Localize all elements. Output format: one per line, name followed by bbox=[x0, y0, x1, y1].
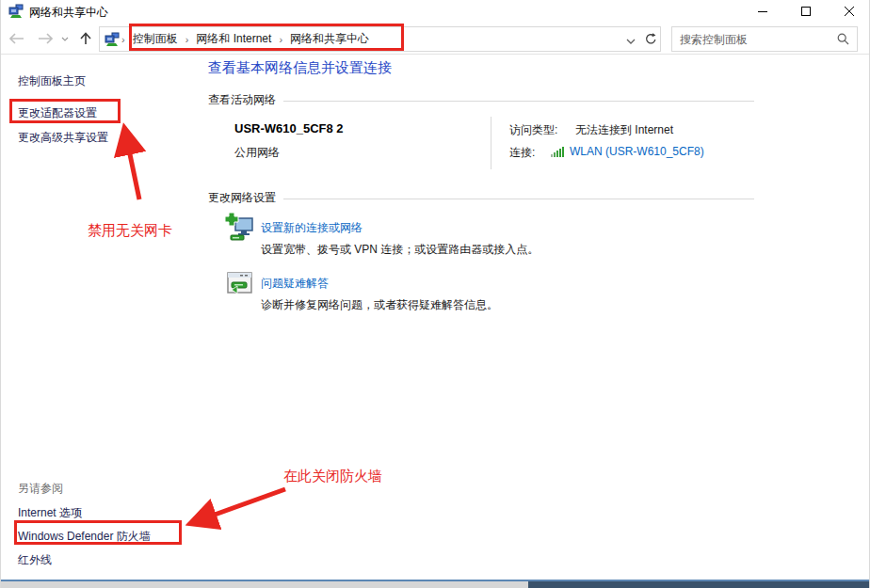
minimize-button[interactable] bbox=[741, 0, 784, 23]
troubleshoot-icon bbox=[227, 272, 252, 297]
forward-button[interactable] bbox=[35, 28, 56, 49]
network-info-divider bbox=[491, 117, 491, 169]
search-input[interactable] bbox=[672, 33, 837, 46]
maximize-button[interactable] bbox=[784, 0, 828, 23]
back-arrow-icon bbox=[9, 33, 24, 44]
section-label: 更改网络设置 bbox=[208, 190, 276, 206]
wifi-signal-icon bbox=[551, 146, 566, 157]
search-box bbox=[671, 26, 858, 52]
background-strip-right bbox=[528, 581, 870, 588]
see-also-header: 另请参阅 bbox=[18, 481, 63, 497]
annotation-box-adapter-settings bbox=[9, 99, 121, 123]
annotation-box-breadcrumb bbox=[129, 24, 404, 51]
section-change-network-settings: 更改网络设置 bbox=[208, 190, 754, 206]
search-icon[interactable] bbox=[837, 33, 857, 45]
task-troubleshoot-link[interactable]: 问题疑难解答 bbox=[261, 276, 329, 292]
back-button[interactable] bbox=[7, 28, 27, 49]
annotation-arrow-adapter bbox=[125, 132, 139, 199]
network-profile: 公用网络 bbox=[234, 145, 280, 161]
sidebar-item-change-advanced-sharing[interactable]: 更改高级共享设置 bbox=[18, 130, 108, 146]
new-connection-icon bbox=[225, 213, 255, 243]
background-strip-left bbox=[1, 581, 528, 588]
annotation-arrows bbox=[1, 0, 870, 588]
access-type-label: 访问类型: bbox=[509, 122, 557, 138]
up-arrow-icon bbox=[80, 32, 91, 45]
wlan-connection-link[interactable]: WLAN (USR-W610_5CF8) bbox=[570, 145, 704, 158]
window-title: 网络和共享中心 bbox=[29, 5, 108, 21]
section-label: 查看活动网络 bbox=[208, 92, 276, 108]
refresh-button[interactable] bbox=[641, 26, 661, 52]
section-divider-line bbox=[283, 199, 754, 199]
network-name: USR-W610_5CF8 2 bbox=[234, 121, 344, 135]
network-sharing-center-window: 网络和共享中心 bbox=[0, 0, 870, 588]
chevron-down-icon bbox=[61, 37, 69, 41]
connection-label: 连接: bbox=[509, 145, 535, 161]
forward-arrow-icon bbox=[38, 33, 53, 44]
sidebar-item-infrared[interactable]: 红外线 bbox=[18, 552, 52, 568]
section-view-active-networks: 查看活动网络 bbox=[208, 92, 754, 108]
address-dropdown-button[interactable] bbox=[626, 31, 641, 48]
close-button[interactable] bbox=[828, 0, 870, 23]
sidebar-item-internet-options[interactable]: Internet 选项 bbox=[18, 505, 82, 521]
annotation-label-adapter: 禁用无关网卡 bbox=[88, 222, 172, 240]
sidebar-item-control-panel-home[interactable]: 控制面板主页 bbox=[18, 73, 86, 89]
history-dropdown-button[interactable] bbox=[58, 32, 72, 45]
task-troubleshoot-desc: 诊断并修复网络问题，或者获得疑难解答信息。 bbox=[261, 297, 498, 313]
chevron-down-icon bbox=[626, 39, 636, 44]
page-title: 查看基本网络信息并设置连接 bbox=[208, 59, 392, 77]
up-button[interactable] bbox=[75, 28, 96, 49]
location-network-icon bbox=[105, 32, 120, 47]
task-setup-connection-desc: 设置宽带、拨号或 VPN 连接；或设置路由器或接入点。 bbox=[261, 242, 539, 258]
titlebar: 网络和共享中心 bbox=[1, 0, 870, 23]
refresh-icon bbox=[645, 33, 657, 45]
maximize-icon bbox=[801, 7, 811, 16]
annotation-arrow-firewall bbox=[194, 489, 285, 522]
breadcrumb-separator: › bbox=[120, 34, 127, 45]
annotation-box-firewall bbox=[14, 520, 182, 545]
task-setup-connection-link[interactable]: 设置新的连接或网络 bbox=[261, 220, 362, 236]
access-type-value: 无法连接到 Internet bbox=[575, 122, 673, 138]
network-icon bbox=[8, 4, 24, 19]
close-icon bbox=[845, 7, 854, 16]
annotation-label-firewall: 在此关闭防火墙 bbox=[283, 468, 382, 485]
minimize-icon bbox=[758, 7, 767, 16]
section-divider-line bbox=[283, 101, 754, 102]
